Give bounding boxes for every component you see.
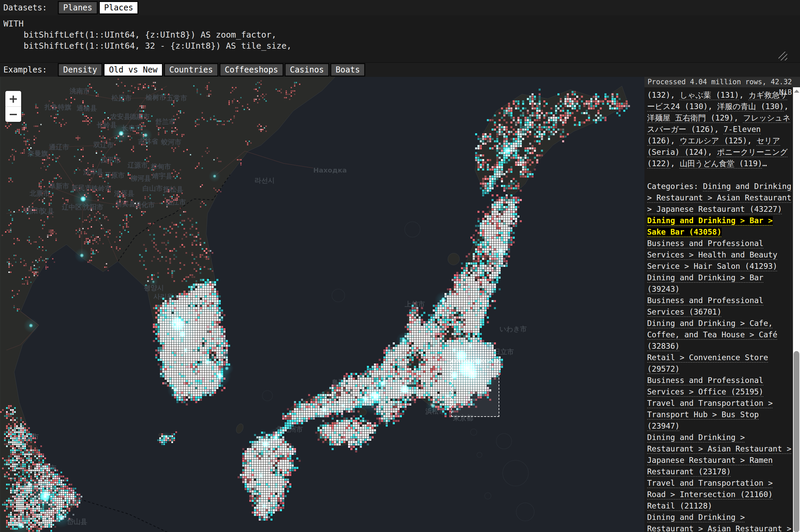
scroll-up-arrow[interactable] [794, 90, 799, 93]
category-item: Retail (21128) [647, 500, 792, 512]
datasets-bar: Datasets: PlanesPlaces [0, 0, 800, 16]
category-link[interactable]: Dining and Drinking > Restaurant > Asian… [647, 513, 791, 532]
scrollbar-thumb[interactable] [794, 351, 799, 532]
selection-rectangle[interactable] [451, 360, 499, 417]
category-link[interactable]: Dining and Drinking > Restaurant > Asian… [647, 433, 791, 476]
sql-editor[interactable]: WITH bitShiftLeft(1::UInt64, {z:UInt8}) … [0, 16, 800, 63]
map-canvas[interactable] [0, 77, 644, 532]
category-link[interactable]: Dining and Drinking > Bar (39243) [647, 273, 763, 293]
top-names-list: (132), しゃぶ葉 (131), カギ救急サービス24 (130), 洋服の… [647, 89, 792, 169]
category-item: Business and Professional Services > Hea… [647, 238, 792, 272]
category-item: Dining and Drinking > Restaurant > Asian… [647, 432, 792, 477]
sql-code[interactable]: WITH bitShiftLeft(1::UInt64, {z:UInt8}) … [0, 16, 800, 51]
category-link[interactable]: Business and Professional Services > Hea… [647, 239, 778, 270]
category-link[interactable]: Business and Professional Services > Off… [647, 376, 763, 396]
category-item: Dining and Drinking > Bar > Sake Bar (43… [647, 215, 792, 238]
query-status: Processed 4.04 million rows, 42.32 MiB [644, 77, 800, 87]
zoom-out-button[interactable]: − [5, 107, 21, 122]
map-zoom-control: + − [5, 91, 21, 122]
example-button-countries[interactable]: Countries [164, 63, 218, 77]
dataset-button-planes[interactable]: Planes [58, 1, 98, 15]
example-button-boats[interactable]: Boats [330, 63, 365, 77]
category-link[interactable]: Business and Professional Services (3670… [647, 296, 763, 316]
brand-link[interactable]: 洋麺屋 五右衛門 (129) [647, 113, 734, 122]
clickhouse-places-demo-app: Datasets: PlanesPlaces WITH bitShiftLeft… [0, 0, 800, 532]
category-link[interactable]: Retail (21128) [647, 501, 712, 510]
category-item: Retail > Convenience Store (29572) [647, 352, 792, 375]
dataset-button-group: PlanesPlaces [58, 1, 139, 15]
brand-link[interactable]: ウエルシア (125) [680, 136, 747, 145]
examples-bar: Examples: DensityOld vs NewCountriesCoff… [0, 63, 800, 77]
sidebar-scrollbar[interactable] [793, 87, 800, 532]
category-link[interactable]: Travel and Transportation > Road > Inter… [647, 479, 773, 499]
brand-link[interactable]: 洋服の青山 (130) [717, 102, 784, 111]
dataset-button-places[interactable]: Places [99, 1, 139, 15]
example-button-casinos[interactable]: Casinos [285, 63, 329, 77]
example-button-density[interactable]: Density [58, 63, 103, 77]
category-item: Travel and Transportation > Road > Inter… [647, 477, 792, 500]
main-area: + − Processed 4.04 million rows, 42.32 M… [0, 77, 800, 532]
category-item: Dining and Drinking > Bar (39243) [647, 272, 792, 295]
category-item: Dining and Drinking > Restaurant > Asian… [647, 512, 792, 532]
categories-label: Categories: [647, 182, 703, 191]
category-item: Business and Professional Services (3670… [647, 295, 792, 318]
datasets-label: Datasets: [3, 3, 47, 13]
category-link[interactable]: Travel and Transportation > Transport Hu… [647, 399, 773, 430]
category-link[interactable]: Retail > Convenience Store (29572) [647, 353, 768, 373]
category-link[interactable]: Dining and Drinking > Cafe, Coffee, and … [647, 319, 778, 350]
example-button-old-vs-new[interactable]: Old vs New [104, 63, 163, 77]
example-button-group: DensityOld vs NewCountriesCoffeeshopsCas… [58, 63, 365, 77]
categories-list: Categories: Dining and Drinking > Restau… [647, 180, 792, 532]
zoom-in-button[interactable]: + [5, 91, 21, 107]
examples-label: Examples: [3, 65, 47, 75]
spacer [647, 169, 792, 180]
brand-link[interactable]: しゃぶ葉 (131) [680, 91, 739, 99]
resize-grip-icon[interactable] [779, 52, 787, 60]
category-item: Business and Professional Services > Off… [647, 375, 792, 397]
category-link-highlighted[interactable]: Dining and Drinking > Bar > Sake Bar (43… [647, 216, 773, 236]
category-item: Categories: Dining and Drinking > Restau… [647, 180, 792, 215]
brand-link[interactable]: 山田うどん食堂 (119) [680, 159, 762, 168]
results-content: (132), しゃぶ葉 (131), カギ救急サービス24 (130), 洋服の… [644, 87, 793, 532]
category-item: Dining and Drinking > Cafe, Coffee, and … [647, 318, 792, 352]
category-item: Travel and Transportation > Transport Hu… [647, 397, 792, 432]
map-view[interactable]: + − [0, 77, 644, 532]
results-panel: Processed 4.04 million rows, 42.32 MiB (… [644, 77, 800, 532]
example-button-coffeeshops[interactable]: Coffeeshops [219, 63, 284, 77]
